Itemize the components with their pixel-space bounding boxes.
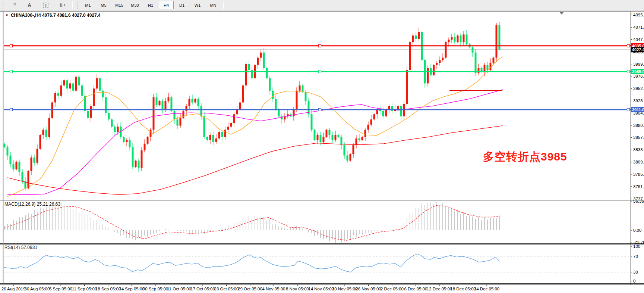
toolbar-grip[interactable] xyxy=(2,2,4,9)
shift-marker-icon[interactable] xyxy=(560,12,564,15)
rsi-axis-label: 0 xyxy=(633,279,635,283)
svg-text:29 Oct 05:00: 29 Oct 05:00 xyxy=(238,287,262,291)
timeframe-m30[interactable]: M30 xyxy=(127,1,142,9)
svg-text:5 Sep 05:00: 5 Sep 05:00 xyxy=(49,287,72,291)
svg-text:3985.0: 3985.0 xyxy=(632,69,644,74)
svg-text:3785.5: 3785.5 xyxy=(633,172,644,177)
support-line-anchor[interactable] xyxy=(627,108,630,111)
fibo-grid-icon xyxy=(10,3,16,7)
chart-title[interactable]: ▼ CHINA300-,H4 4076.7 4081.6 4027.0 4027… xyxy=(5,13,101,18)
chart-menu-icon[interactable]: ▼ xyxy=(5,13,9,17)
svg-text:11 Oct 05:00: 11 Oct 05:00 xyxy=(167,287,191,291)
svg-text:14 Nov 05:00: 14 Nov 05:00 xyxy=(308,287,334,291)
macd-axis-label: -23.78 xyxy=(633,240,644,244)
price-axis[interactable]: 4095.04071.04047.54023.53999.53976.03952… xyxy=(631,13,644,201)
svg-text:18 Dec 05:00: 18 Dec 05:00 xyxy=(450,287,476,291)
ma-red-line xyxy=(7,126,503,195)
mt4-window: AT⇅▾ M1M5M15M30H1H4D1W1MN 4095.04071.040… xyxy=(0,0,644,293)
resistance-line-anchor[interactable] xyxy=(319,44,321,47)
chart-canvas[interactable]: 4095.04071.04047.54023.53999.53976.03952… xyxy=(0,10,644,293)
candlestick-series[interactable] xyxy=(4,22,501,190)
svg-text:3857.0: 3857.0 xyxy=(633,135,644,140)
text-label-icon[interactable]: T xyxy=(38,1,53,9)
svg-text:26 Aug 2019: 26 Aug 2019 xyxy=(1,287,26,291)
svg-text:30 Sep 05:00: 30 Sep 05:00 xyxy=(143,287,168,291)
svg-text:3952.0: 3952.0 xyxy=(633,86,644,91)
toolbar-grip[interactable] xyxy=(77,2,79,9)
svg-text:11 Sep 05:00: 11 Sep 05:00 xyxy=(72,287,97,291)
timeframe-w1[interactable]: W1 xyxy=(190,1,205,9)
ma-magenta-line xyxy=(7,90,503,194)
pivot-line-anchor[interactable] xyxy=(10,70,13,73)
timeframe-mn[interactable]: MN xyxy=(206,1,221,9)
timeframe-m1[interactable]: M1 xyxy=(80,1,95,9)
svg-text:3761.5: 3761.5 xyxy=(633,184,644,189)
toolbar: AT⇅▾ M1M5M15M30H1H4D1W1MN xyxy=(0,0,644,10)
svg-text:3911.0: 3911.0 xyxy=(632,107,644,112)
svg-text:4071.0: 4071.0 xyxy=(633,25,644,29)
svg-text:3809.0: 3809.0 xyxy=(633,160,644,164)
svg-text:12 Dec 05:00: 12 Dec 05:00 xyxy=(427,287,452,291)
svg-text:6 Dec 05:00: 6 Dec 05:00 xyxy=(404,287,427,291)
rsi-axis-label: 70 xyxy=(633,254,638,259)
svg-text:3880.5: 3880.5 xyxy=(633,123,644,128)
svg-text:8 Nov 05:00: 8 Nov 05:00 xyxy=(286,287,309,291)
macd-axis-label: 0.00 xyxy=(633,228,641,233)
svg-text:4 Nov 05:00: 4 Nov 05:00 xyxy=(262,287,285,291)
text-a-icon[interactable]: A xyxy=(22,1,37,9)
resistance-line-anchor[interactable] xyxy=(10,44,13,47)
macd-histogram xyxy=(4,202,499,243)
support-line-anchor[interactable] xyxy=(319,108,321,111)
rsi-label: RSI(14) 57.0931 xyxy=(4,245,37,250)
svg-text:2 Dec 05:00: 2 Dec 05:00 xyxy=(381,287,404,291)
pivot-line-anchor[interactable] xyxy=(319,70,321,73)
svg-text:20 Nov 05:00: 20 Nov 05:00 xyxy=(332,287,357,291)
annotation-text[interactable]: 多空转折点3985 xyxy=(483,149,567,165)
macd-axis-label: 56.36 xyxy=(633,199,644,203)
svg-text:4047.5: 4047.5 xyxy=(633,37,644,42)
svg-text:3928.0: 3928.0 xyxy=(633,99,644,103)
timeframe-m5[interactable]: M5 xyxy=(96,1,111,9)
macd-label: MACD(12,26,9) 25.21 26.63 xyxy=(4,202,60,207)
svg-text:24 Sep 05:00: 24 Sep 05:00 xyxy=(119,287,144,291)
toolbar-separator xyxy=(72,1,73,9)
timeframe-m15[interactable]: M15 xyxy=(112,1,127,9)
timeframe-d1[interactable]: D1 xyxy=(174,1,189,9)
resistance-line-anchor[interactable] xyxy=(627,44,630,47)
rsi-line xyxy=(4,254,499,272)
svg-text:4095.0: 4095.0 xyxy=(633,13,644,17)
svg-text:3976.0: 3976.0 xyxy=(633,74,644,78)
svg-text:23 Oct 05:00: 23 Oct 05:00 xyxy=(214,287,239,291)
svg-text:3833.0: 3833.0 xyxy=(633,147,644,152)
svg-text:17 Oct 05:00: 17 Oct 05:00 xyxy=(190,287,215,291)
toolbar-separator xyxy=(223,1,224,9)
svg-text:24 Dec 05:00: 24 Dec 05:00 xyxy=(474,287,499,291)
rsi-axis-label: 100 xyxy=(633,244,640,249)
svg-text:4027.4: 4027.4 xyxy=(632,47,644,52)
support-line-anchor[interactable] xyxy=(10,108,13,111)
svg-text:3999.5: 3999.5 xyxy=(633,62,644,66)
svg-text:30 Aug 05:00: 30 Aug 05:00 xyxy=(25,287,50,291)
timeframe-h4[interactable]: H4 xyxy=(159,1,174,9)
symbol-ohlc-text: CHINA300-,H4 4076.7 4081.6 4027.0 4027.4 xyxy=(11,13,101,18)
svg-text:26 Nov 05:00: 26 Nov 05:00 xyxy=(356,287,381,291)
arrows-stamp-icon[interactable]: ⇅▾ xyxy=(55,1,70,9)
pivot-line-anchor[interactable] xyxy=(627,70,630,73)
rsi-axis-label: 30 xyxy=(633,270,638,274)
date-axis[interactable]: 26 Aug 201930 Aug 05:005 Sep 05:0011 Sep… xyxy=(1,285,500,292)
fibo-grid-icon[interactable] xyxy=(6,1,20,9)
timeframe-h1[interactable]: H1 xyxy=(143,1,158,9)
svg-text:18 Sep 05:00: 18 Sep 05:00 xyxy=(95,287,121,291)
